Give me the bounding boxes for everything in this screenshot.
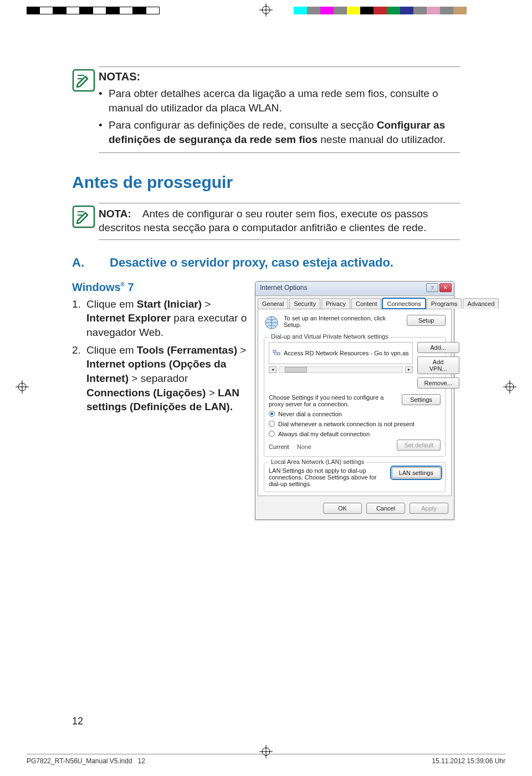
- note-block-2: NOTA: Antes de configurar o seu router s…: [72, 203, 460, 240]
- notes-block: NOTAS: • Para obter detalhes acerca da l…: [72, 67, 460, 153]
- dialog-titlebar: Internet Options ? ✕: [255, 282, 454, 296]
- remove-button[interactable]: Remove...: [417, 377, 459, 389]
- add-vpn-button[interactable]: Add VPN...: [417, 356, 459, 374]
- registration-target-icon: [16, 380, 29, 396]
- registration-target-icon: [259, 3, 273, 19]
- instructions-column: Windows® 7 1. Clique em Start (Iniciar) …: [72, 281, 255, 520]
- notes-title: NOTAS:: [99, 70, 460, 83]
- tab-programs[interactable]: Programs: [427, 298, 462, 309]
- radio-never-dial[interactable]: Never dial a connection: [269, 411, 441, 417]
- internet-options-dialog: Internet Options ? ✕ General Security Pr…: [255, 281, 454, 520]
- tab-content[interactable]: Content: [351, 298, 382, 309]
- windows7-heading: Windows® 7: [72, 281, 248, 294]
- dialog-tabs: General Security Privacy Content Connect…: [255, 296, 454, 309]
- lan-settings-button[interactable]: LAN settings: [392, 467, 441, 478]
- radio-always-dial[interactable]: Always dial my default connection: [269, 431, 441, 437]
- cancel-button[interactable]: Cancel: [366, 503, 405, 514]
- note-bullet: • Para configurar as definições de rede,…: [99, 118, 460, 146]
- page-content: NOTAS: • Para obter detalhes acerca da l…: [72, 67, 460, 520]
- svg-rect-20: [277, 353, 280, 355]
- add-button[interactable]: Add...: [417, 342, 459, 353]
- connection-list[interactable]: Access RD Network Resources - Go to vpn.…: [269, 342, 413, 364]
- print-footer: PG7822_RT-N56U_Manual V5.indd 12 15.11.2…: [27, 754, 505, 765]
- note-icon: [72, 84, 95, 94]
- scroll-bar[interactable]: ◂ ▸: [269, 366, 413, 373]
- help-button[interactable]: ?: [426, 283, 438, 292]
- section-heading: Antes de prosseguir: [72, 173, 460, 192]
- registration-bar: [0, 0, 532, 22]
- tab-advanced[interactable]: Advanced: [463, 298, 499, 309]
- tab-general[interactable]: General: [258, 298, 288, 309]
- tab-privacy[interactable]: Privacy: [321, 298, 350, 309]
- network-icon: [273, 349, 280, 358]
- step-item: 1. Clique em Start (Iniciar) > Internet …: [72, 297, 248, 340]
- subsection-a: A. Desactive o servidor proxy, caso este…: [72, 256, 460, 270]
- setup-button[interactable]: Setup: [407, 315, 446, 326]
- scroll-right-icon[interactable]: ▸: [405, 366, 413, 373]
- ok-button[interactable]: OK: [323, 503, 362, 514]
- registration-target-icon: [503, 380, 516, 396]
- scroll-left-icon[interactable]: ◂: [269, 366, 277, 373]
- note-bullet: • Para obter detalhes acerca da ligação …: [99, 86, 460, 115]
- svg-rect-15: [73, 206, 94, 227]
- svg-rect-19: [273, 350, 276, 353]
- tab-connections[interactable]: Connections: [382, 298, 425, 309]
- radio-dial-when-no-net[interactable]: Dial whenever a network connection is no…: [269, 421, 441, 427]
- page-number: 12: [72, 716, 83, 727]
- note-icon: [72, 221, 95, 230]
- close-button[interactable]: ✕: [439, 283, 452, 292]
- globe-icon: [264, 315, 279, 331]
- svg-rect-12: [73, 70, 94, 91]
- set-default-button[interactable]: Set default: [397, 440, 441, 451]
- tab-security[interactable]: Security: [289, 298, 320, 309]
- settings-button[interactable]: Settings: [402, 394, 441, 405]
- grayscale-swatches: [27, 7, 160, 14]
- color-swatches: [294, 7, 467, 14]
- step-item: 2. Clique em Tools (Ferramentas) > Inter…: [72, 343, 248, 414]
- apply-button[interactable]: Apply: [410, 503, 448, 514]
